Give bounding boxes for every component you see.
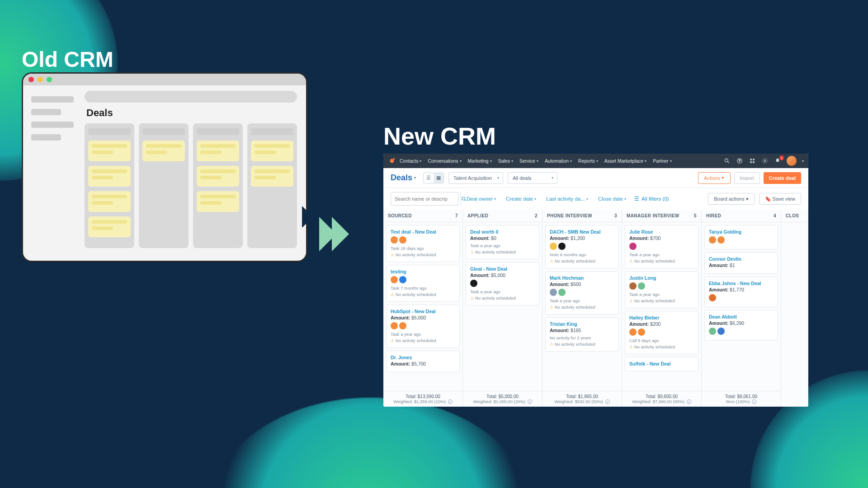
search-icon[interactable]: [723, 157, 731, 164]
column-footer: Total: $9,600.00Weighted: $7,680.00 (80%…: [622, 391, 701, 407]
deal-card[interactable]: Mark HochmanAmount: $500Task a year agoN…: [545, 271, 619, 314]
avatar-row: [550, 289, 614, 296]
deal-card[interactable]: Dean AbbottAmount: $6,290: [704, 310, 778, 341]
old-topbar: [85, 91, 297, 103]
new-crm-heading: New CRM: [383, 122, 496, 150]
list-view-toggle[interactable]: ☰: [424, 173, 434, 183]
assignee-avatar: [638, 328, 645, 336]
save-view-button[interactable]: 🔖 Save view: [759, 193, 801, 205]
deal-amount: Amount: $1: [709, 263, 774, 268]
deal-card[interactable]: Deal worth 0Amount: $0Task a year agoNo …: [466, 225, 539, 259]
column-count: 7: [455, 213, 458, 218]
nav-item[interactable]: Reports ▾: [578, 158, 598, 164]
column-title: HIRED: [706, 213, 721, 218]
deal-card[interactable]: DACH - SMB New DealAmount: $1,200Note 6 …: [545, 225, 619, 268]
deal-title: Deal worth 0: [470, 229, 535, 235]
deals-filter-value: All deals: [513, 175, 532, 181]
deal-amount: Amount: $1,200: [550, 235, 614, 241]
deal-meta: Call 8 days ago: [629, 338, 694, 344]
avatar-row: [629, 328, 694, 336]
deal-title: HubSpot - New Deal: [391, 309, 455, 314]
deal-amount: Amount: $200: [629, 321, 694, 327]
info-icon[interactable]: i: [448, 399, 453, 404]
deal-meta: Task a year ago: [470, 289, 535, 295]
deal-card[interactable]: Suffolk - New Deal: [625, 357, 698, 371]
board-column: MANAGER INTERVIEW5Julie RoseAmount: $700…: [622, 210, 702, 407]
create-deal-button[interactable]: Create deal: [764, 172, 801, 184]
deal-title: Julie Rose: [629, 229, 694, 235]
search-submit-icon[interactable]: [461, 192, 467, 205]
search-input[interactable]: [391, 196, 461, 202]
deal-card[interactable]: Dr. JonesAmount: $5,700: [386, 351, 460, 372]
board-view-toggle[interactable]: ▦: [434, 173, 443, 183]
deal-card[interactable]: Test deal - New DealTask 18 days agoNo a…: [386, 225, 460, 262]
deal-title: testing: [391, 269, 455, 274]
old-crm-heading: Old CRM: [22, 47, 113, 72]
svg-point-12: [462, 197, 465, 200]
assignee-avatar: [558, 243, 566, 250]
nav-item[interactable]: Asset Marketplace ▾: [604, 158, 646, 164]
deal-card[interactable]: Julie RoseAmount: $700Task a year agoNo …: [625, 225, 698, 268]
deal-card[interactable]: HubSpot - New DealAmount: $5,000Task a y…: [386, 305, 460, 348]
column-title: MANAGER INTERVIEW: [627, 213, 679, 218]
deal-title: Mark Hochman: [550, 275, 614, 281]
info-icon[interactable]: i: [605, 399, 610, 404]
filter-icon: ☰: [634, 196, 639, 202]
nav-item[interactable]: Contacts ▾: [400, 158, 421, 164]
deal-card[interactable]: Gleat - New DealAmount: $5,000Task a yea…: [466, 262, 539, 305]
user-avatar[interactable]: [787, 156, 797, 166]
nav-item[interactable]: Sales ▾: [498, 158, 513, 164]
column-footer: Total: $5,000.00Weighted: $1,000.00 (20%…: [463, 391, 542, 407]
column-total: Total: $8,061.00: [703, 394, 779, 399]
deal-card[interactable]: Connor DevlinAmount: $1: [704, 252, 778, 274]
deal-meta: No activity scheduled: [550, 304, 614, 310]
avatar-row: [391, 276, 455, 283]
info-icon[interactable]: i: [752, 399, 756, 404]
actions-button[interactable]: Actions ▾: [698, 172, 730, 184]
filter-link[interactable]: Close date ▾: [598, 196, 626, 202]
deals-title[interactable]: Deals▾: [391, 173, 416, 183]
nav-item[interactable]: Marketing ▾: [468, 158, 492, 164]
column-footer: Total: $13,590.00Weighted: $1,359.00 (10…: [383, 391, 462, 407]
deal-card[interactable]: Justin LongTask a year agoNo activity sc…: [625, 271, 698, 308]
deals-filter-select[interactable]: All deals▾: [508, 172, 557, 184]
settings-icon[interactable]: [761, 157, 769, 164]
deal-meta: Task 18 days ago: [391, 245, 455, 252]
assignee-avatar: [391, 276, 398, 283]
filter-link[interactable]: Deal owner ▾: [467, 196, 496, 202]
info-icon[interactable]: i: [687, 399, 691, 404]
avatar-row: [391, 322, 455, 329]
transition-arrow-icon: [319, 217, 344, 251]
deal-card[interactable]: Hailey BieberAmount: $200Call 8 days ago…: [625, 311, 698, 354]
deal-card[interactable]: Tristan KingAmount: $165No activity for …: [545, 317, 619, 352]
deal-title: Suffolk - New Deal: [629, 361, 694, 366]
avatar-row: [629, 243, 694, 250]
assignee-avatar: [717, 328, 725, 335]
nav-item[interactable]: Automation ▾: [545, 158, 572, 164]
column-count: 5: [694, 213, 697, 218]
import-button[interactable]: Import: [734, 172, 760, 184]
filter-link[interactable]: Last activity da... ▾: [546, 196, 588, 202]
deal-card[interactable]: testingTask 7 months agoNo activity sche…: [386, 265, 460, 302]
nav-item[interactable]: Partner ▾: [653, 158, 671, 164]
marketplace-icon[interactable]: [749, 157, 756, 164]
info-icon[interactable]: i: [528, 399, 532, 404]
column-footer: Total: $8,061.00Won (100%) i: [702, 391, 781, 407]
filter-link[interactable]: Create date ▾: [506, 196, 536, 202]
help-icon[interactable]: ?: [736, 157, 743, 164]
chevron-down-icon[interactable]: ▾: [802, 159, 804, 163]
all-filters-link[interactable]: ☰ All filters (0): [634, 196, 669, 202]
avatar-row: [470, 280, 535, 287]
deal-meta: Note 6 months ago: [550, 252, 614, 258]
deal-card[interactable]: Ebba Johns - New DealAmount: $1,770: [704, 277, 778, 307]
board-actions-button[interactable]: Board actions ▾: [708, 193, 754, 205]
nav-item[interactable]: Conversations ▾: [428, 158, 461, 164]
deal-card[interactable]: Tanya Golding: [704, 225, 778, 249]
deal-meta: No activity scheduled: [470, 249, 535, 255]
notifications-icon[interactable]: 1: [774, 157, 781, 164]
deal-title: DACH - SMB New Deal: [550, 229, 614, 235]
pipeline-select[interactable]: Talent Acquisition▾: [448, 172, 503, 184]
assignee-avatar: [391, 322, 398, 329]
deal-meta: No activity scheduled: [550, 258, 614, 264]
nav-item[interactable]: Service ▾: [519, 158, 538, 164]
